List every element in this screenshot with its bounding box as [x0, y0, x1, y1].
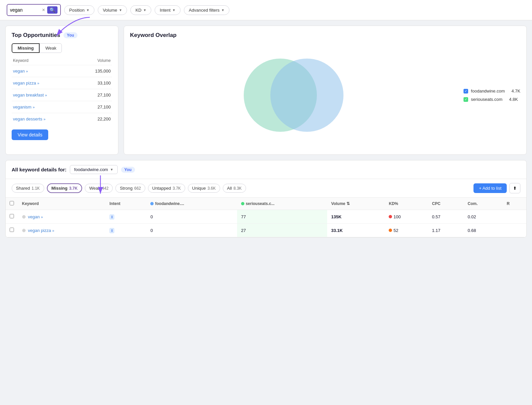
volume-value: 27,100	[97, 93, 111, 98]
export-button[interactable]: ⬆	[509, 183, 520, 193]
clear-icon[interactable]: ✕	[42, 8, 45, 12]
com-val: 0.68	[464, 224, 503, 237]
legend-checkbox-green[interactable]: ✓	[464, 97, 468, 102]
th-foodandwine: foodandwine....	[146, 198, 237, 210]
top-opportunities-panel: Top Opportunities You Missing Weak Keywo…	[5, 26, 118, 155]
tab-missing[interactable]: Missing	[12, 43, 40, 53]
search-input[interactable]	[10, 7, 40, 13]
main-content: Top Opportunities You Missing Weak Keywo…	[0, 20, 532, 160]
venn-circle-right	[270, 59, 343, 132]
keyword-link[interactable]: veganism »	[13, 104, 35, 109]
search-icon[interactable]: 🔍	[47, 6, 58, 14]
advanced-filters-button[interactable]: Advanced filters ▼	[184, 5, 229, 15]
keyword-table: Keyword Intent foodandwine.... seriousea…	[6, 198, 526, 237]
keyword-link[interactable]: vegan desserts »	[13, 116, 46, 121]
legend-count: 4.8K	[509, 97, 518, 102]
volume-value: 22,200	[97, 116, 111, 121]
panel-title: Top Opportunities	[12, 32, 60, 39]
r-val	[503, 224, 526, 237]
tab-untapped[interactable]: Untapped 3.7K	[148, 184, 185, 193]
th-volume[interactable]: Volume ⇅	[327, 198, 385, 210]
th-keyword: Keyword	[18, 198, 105, 210]
bottom-section-title: All keyword details for:	[12, 167, 66, 172]
list-item: vegan breakfast » 27,100	[12, 89, 112, 101]
chevron-down-icon: ▼	[119, 8, 122, 12]
you-badge: You	[121, 167, 135, 173]
kd-indicator	[389, 215, 392, 218]
domain-selector[interactable]: foodandwine.com ▼	[70, 165, 118, 174]
tab-all[interactable]: All 8.3K	[223, 184, 246, 193]
select-all-checkbox[interactable]	[10, 201, 14, 205]
chevron-down-icon: ▼	[221, 8, 224, 12]
th-cpc: CPC	[428, 198, 464, 210]
volume-value: 27,100	[97, 104, 111, 109]
add-circle-icon[interactable]: ⊕	[22, 228, 26, 233]
chevron-down-icon: ▼	[110, 168, 113, 171]
kd-filter[interactable]: KD ▼	[130, 5, 151, 15]
foodandwine-val: 0	[146, 224, 237, 237]
legend-item: ✓ seriouseats.com 4.8K	[464, 97, 520, 102]
tab-weak[interactable]: Weak 442	[85, 184, 113, 193]
intent-badge: I	[109, 214, 114, 220]
chevron-down-icon: ▼	[86, 8, 89, 12]
kd-val: 52	[385, 224, 428, 237]
legend-checkbox-blue[interactable]: ✓	[464, 89, 468, 94]
seriouseats-val: 27	[237, 224, 327, 237]
legend-domain: foodandwine.com	[471, 89, 505, 94]
chevron-down-icon: ▼	[172, 8, 176, 12]
list-item: vegan desserts » 22,200	[12, 113, 112, 125]
table-row: ⊕ vegan pizza » I 0 27 33.1K 52 1.17 0.6…	[6, 224, 526, 237]
position-filter[interactable]: Position ▼	[64, 5, 94, 15]
legend-count: 4.7K	[511, 89, 520, 94]
tab-shared[interactable]: Shared 1.1K	[12, 184, 44, 193]
volume-val: 33.1K	[327, 224, 385, 237]
filter-tabs-row: Shared 1.1K Missing 3.7K Weak 442 Strong…	[6, 179, 526, 198]
tab-weak[interactable]: Weak	[40, 43, 62, 53]
th-intent: Intent	[105, 198, 146, 210]
table-row: ⊕ vegan » I 0 77 135K 100 0.57 0.02	[6, 210, 526, 224]
r-val	[503, 210, 526, 224]
tab-strong[interactable]: Strong 662	[115, 184, 145, 193]
volume-val: 135K	[327, 210, 385, 224]
intent-badge: I	[109, 228, 114, 233]
you-badge: You	[64, 32, 77, 38]
tab-missing[interactable]: Missing 3.7K	[47, 183, 82, 193]
keyword-link[interactable]: vegan breakfast »	[13, 93, 47, 98]
th-kd: KD%	[385, 198, 428, 210]
keyword-overlap-panel: Keyword Overlap ✓ foodandwine.com 4.7K ✓	[124, 26, 527, 155]
com-val: 0.02	[464, 210, 503, 224]
export-icon: ⬆	[513, 186, 517, 191]
search-box: ✕ 🔍	[7, 4, 61, 16]
keyword-row-link[interactable]: vegan »	[28, 214, 43, 219]
legend-box: ✓ foodandwine.com 4.7K ✓ seriouseats.com…	[464, 89, 520, 102]
keyword-row-link[interactable]: vegan pizza »	[28, 228, 54, 233]
list-item: veganism » 27,100	[12, 101, 112, 113]
th-r: R	[503, 198, 526, 210]
volume-value: 135,000	[95, 69, 111, 74]
keyword-link[interactable]: vegan pizza »	[13, 81, 39, 86]
venn-diagram	[237, 52, 350, 138]
keyword-link[interactable]: vegan »	[13, 69, 28, 74]
add-circle-icon[interactable]: ⊕	[22, 214, 26, 219]
kd-indicator	[389, 229, 392, 232]
foodandwine-val: 0	[146, 210, 237, 224]
add-to-list-button[interactable]: + Add to list	[473, 183, 507, 193]
bottom-section: All keyword details for: foodandwine.com…	[5, 160, 527, 238]
kd-val: 100	[385, 210, 428, 224]
cpc-val: 1.17	[428, 224, 464, 237]
list-item: vegan pizza » 33,100	[12, 77, 112, 89]
volume-value: 33,100	[97, 81, 111, 86]
volume-filter[interactable]: Volume ▼	[98, 5, 127, 15]
row-checkbox[interactable]	[10, 228, 14, 232]
opportunities-tabs: Missing Weak	[12, 43, 112, 53]
tab-unique[interactable]: Unique 3.6K	[188, 184, 220, 193]
view-details-button[interactable]: View details	[12, 129, 48, 140]
th-com: Com.	[464, 198, 503, 210]
seriouseats-val: 77	[237, 210, 327, 224]
intent-filter[interactable]: Intent ▼	[155, 5, 180, 15]
row-checkbox[interactable]	[10, 214, 14, 218]
list-item: vegan » 135,000	[12, 65, 112, 77]
chevron-down-icon: ▼	[143, 8, 147, 12]
panel-title-row: Top Opportunities You	[12, 32, 112, 39]
legend-item: ✓ foodandwine.com 4.7K	[464, 89, 520, 94]
